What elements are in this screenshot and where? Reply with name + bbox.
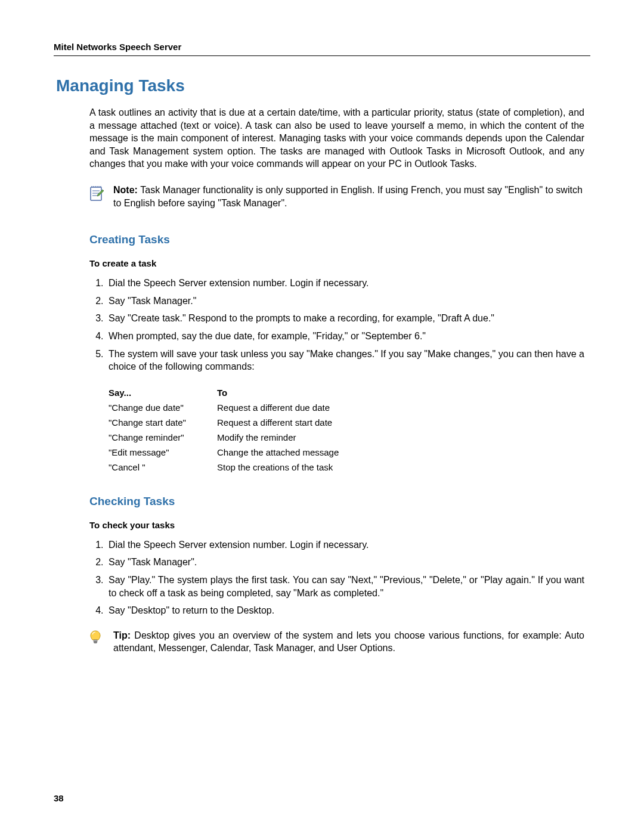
- list-item: Say "Play." The system plays the first t…: [106, 574, 584, 599]
- header-rule: [54, 55, 590, 56]
- instr-head-check: To check your tasks: [89, 520, 584, 530]
- cell-say: "Change due date": [109, 400, 217, 415]
- page-number: 38: [54, 793, 64, 803]
- tip-label: Tip:: [113, 630, 134, 640]
- note-text: Note: Task Manager functionality is only…: [113, 184, 584, 209]
- col-header-to: To: [217, 385, 352, 400]
- list-item: Say "Desktop" to return to the Desktop.: [106, 604, 584, 617]
- note-icon: [89, 185, 105, 204]
- tip-block: Tip: Desktop gives you an overview of th…: [89, 629, 584, 655]
- tip-icon: [89, 630, 105, 648]
- cell-to: Request a different start date: [217, 415, 352, 430]
- list-item: Say "Create task." Respond to the prompt…: [106, 312, 584, 325]
- table-row: "Cancel " Stop the creations of the task: [109, 460, 352, 475]
- table-header-row: Say... To: [109, 385, 352, 400]
- list-item: Say "Task Manager.": [106, 295, 584, 308]
- list-item: When prompted, say the due date, for exa…: [106, 330, 584, 343]
- tip-body: Desktop gives you an overview of the sys…: [113, 630, 584, 654]
- steps-create: Dial the Speech Server extension number.…: [89, 277, 584, 373]
- list-item: The system will save your task unless yo…: [106, 348, 584, 373]
- note-body: Task Manager functionality is only suppo…: [113, 185, 583, 208]
- list-item: Say "Task Manager".: [106, 556, 584, 569]
- cell-to: Modify the reminder: [217, 430, 352, 445]
- svg-rect-5: [94, 642, 97, 643]
- cell-say: "Edit message": [109, 445, 217, 460]
- table-row: "Change start date" Request a different …: [109, 415, 352, 430]
- heading-creating-tasks: Creating Tasks: [89, 233, 584, 246]
- list-item: Dial the Speech Server extension number.…: [106, 538, 584, 552]
- cell-say: "Change start date": [109, 415, 217, 430]
- table-row: "Change due date" Request a different du…: [109, 400, 352, 415]
- note-label: Note:: [113, 185, 140, 195]
- col-header-say: Say...: [109, 385, 217, 400]
- cell-to: Change the attached message: [217, 445, 352, 460]
- commands-table: Say... To "Change due date" Request a di…: [109, 385, 352, 475]
- steps-check: Dial the Speech Server extension number.…: [89, 538, 584, 617]
- cell-say: "Cancel ": [109, 460, 217, 475]
- note-block: Note: Task Manager functionality is only…: [89, 184, 584, 209]
- table-row: "Change reminder" Modify the reminder: [109, 430, 352, 445]
- table-row: "Edit message" Change the attached messa…: [109, 445, 352, 460]
- svg-rect-4: [94, 640, 97, 642]
- cell-to: Stop the creations of the task: [217, 460, 352, 475]
- list-item: Dial the Speech Server extension number.…: [106, 277, 584, 290]
- heading-managing-tasks: Managing Tasks: [56, 76, 590, 95]
- cell-to: Request a different due date: [217, 400, 352, 415]
- intro-paragraph: A task outlines an activity that is due …: [89, 106, 584, 171]
- heading-checking-tasks: Checking Tasks: [89, 495, 584, 508]
- running-head: Mitel Networks Speech Server: [54, 42, 590, 52]
- cell-say: "Change reminder": [109, 430, 217, 445]
- instr-head-create: To create a task: [89, 258, 584, 268]
- content-area: A task outlines an activity that is due …: [89, 106, 584, 655]
- page: Mitel Networks Speech Server Managing Ta…: [0, 0, 644, 833]
- tip-text: Tip: Desktop gives you an overview of th…: [113, 629, 584, 655]
